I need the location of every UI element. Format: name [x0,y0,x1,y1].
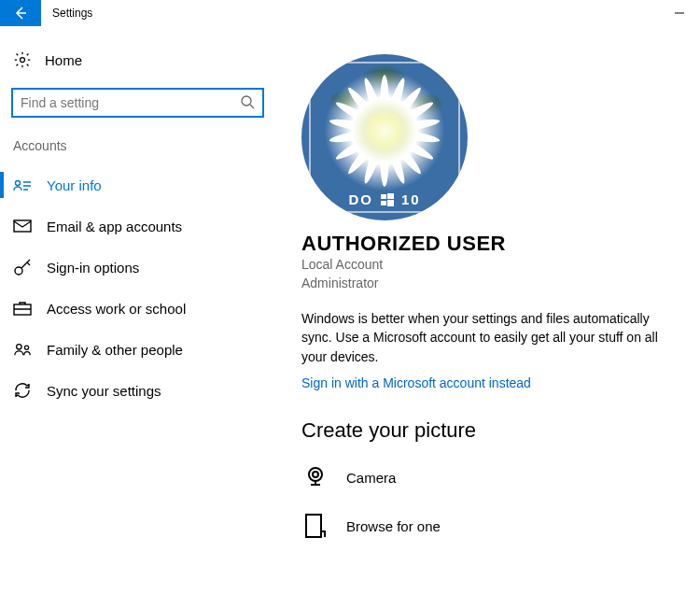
sidebar-item-label: Access work or school [47,301,186,317]
minimize-icon [674,7,685,19]
svg-point-12 [309,468,322,481]
title-bar: Settings [0,0,700,26]
avatar-band-text: 10 [401,191,421,207]
avatar-band-text: DO [348,191,373,207]
browse-option[interactable]: Browse for one [301,512,678,540]
back-button[interactable] [0,0,41,26]
browse-icon [301,512,329,540]
windows-icon [381,193,394,206]
briefcase-icon [13,299,32,318]
svg-rect-3 [14,220,31,232]
svg-point-2 [16,181,21,186]
svg-point-13 [313,472,318,477]
minimize-button[interactable] [659,0,700,26]
sidebar-item-work[interactable]: Access work or school [0,288,275,329]
avatar-band: DO 10 [301,191,468,207]
person-card-icon [13,176,32,194]
sidebar-item-label: Your info [47,177,102,193]
svg-rect-10 [381,201,386,205]
svg-point-1 [242,96,251,106]
sync-icon [13,381,32,400]
svg-rect-8 [381,194,386,199]
search-wrap [11,88,264,118]
microsoft-signin-link[interactable]: Sign in with a Microsoft account instead [301,375,531,390]
svg-point-6 [17,345,21,349]
camera-option[interactable]: Camera [301,463,678,491]
svg-point-7 [24,346,28,349]
sidebar-item-label: Email & app accounts [47,219,182,234]
svg-point-0 [21,58,25,63]
window-title: Settings [41,7,92,20]
username: AUTHORIZED USER [301,232,678,256]
avatar: DO 10 [301,54,468,220]
search-icon [240,94,255,112]
gear-icon [13,50,32,69]
create-picture-heading: Create your picture [301,418,678,443]
back-arrow-icon [13,6,28,21]
search-box[interactable] [11,88,264,118]
camera-icon [301,463,329,491]
sync-description: Windows is better when your settings and… [301,309,675,366]
sidebar-item-family[interactable]: Family & other people [0,329,275,370]
camera-label: Camera [346,470,396,486]
sidebar: Home Accounts Your info [0,26,275,608]
section-label: Accounts [0,134,275,164]
key-icon [13,258,32,276]
main-content: DO 10 AUTHORIZED USER Local Account Admi… [275,26,700,608]
home-nav[interactable]: Home [0,45,275,75]
people-icon [13,340,32,359]
sidebar-item-label: Family & other people [47,342,183,358]
sidebar-item-label: Sync your settings [47,383,161,399]
svg-rect-14 [306,515,321,537]
svg-point-4 [15,267,22,275]
sidebar-item-label: Sign-in options [47,260,139,276]
sidebar-item-signin[interactable]: Sign-in options [0,247,275,288]
browse-label: Browse for one [346,518,441,534]
sidebar-item-email[interactable]: Email & app accounts [0,205,275,247]
account-type: Local Account [301,256,678,275]
account-role: Administrator [301,275,678,293]
sidebar-item-your-info[interactable]: Your info [0,164,275,205]
svg-rect-9 [387,193,394,199]
sidebar-item-sync[interactable]: Sync your settings [0,370,275,411]
home-label: Home [45,52,82,68]
mail-icon [13,217,32,235]
svg-rect-11 [387,200,394,206]
search-input[interactable] [21,95,232,110]
